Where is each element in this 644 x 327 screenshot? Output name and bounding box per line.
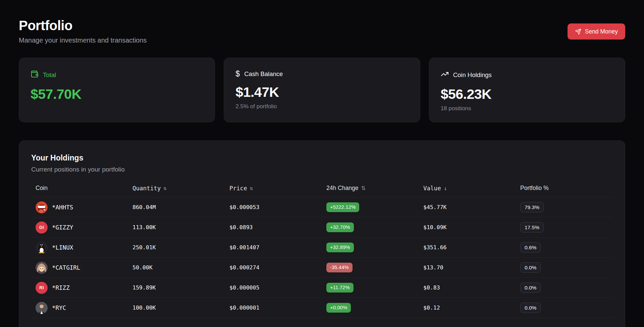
table-row-ryc[interactable]: *RYC 100.00K $0.000001 +0.00% $0.12 0.0% xyxy=(31,298,613,318)
cash-balance-card-header: $ Cash Balance xyxy=(235,70,408,78)
change-badge: +0.00% xyxy=(326,303,351,313)
cash-balance-card: $ Cash Balance $1.47K 2.5% of portfolio xyxy=(224,58,420,122)
coin-cell: *CATGIRL xyxy=(31,262,128,274)
portfolio-pct-cell: 0.0% xyxy=(516,282,613,293)
value-cell: $45.77K xyxy=(419,204,516,210)
coin-ticker: *RIZZ xyxy=(52,284,70,291)
table-row-ahhts[interactable]: *AHHTS 860.04M $0.000053 +5222.12% $45.7… xyxy=(31,197,613,217)
page-header-text: Portfolio Manage your investments and tr… xyxy=(19,18,147,44)
dollar-icon: $ xyxy=(235,70,240,78)
table-row-linux[interactable]: *LINUX 250.01K $0.001407 +32.89% $351.66… xyxy=(31,238,613,258)
portfolio-page: Portfolio Manage your investments and tr… xyxy=(0,0,644,327)
column-header-quantity-label: Quantity xyxy=(132,185,161,192)
holdings-table: Coin Quantity ⇅ Price ⇅ 24h Change ⇅ Val… xyxy=(31,183,613,318)
table-row-gizzy[interactable]: GI *GIZZY 113.00K $0.0893 +32.70% $10.09… xyxy=(31,217,613,238)
change-cell: +5222.12% xyxy=(322,202,419,212)
price-cell: $0.000274 xyxy=(225,264,322,271)
column-header-24h-change[interactable]: 24h Change ⇅ xyxy=(322,183,419,197)
change-cell: +11.72% xyxy=(322,283,419,292)
coin-cell: *RYC xyxy=(31,302,128,314)
send-money-button[interactable]: Send Money xyxy=(568,23,625,40)
holdings-subtitle: Current positions in your portfolio xyxy=(31,166,613,173)
trending-up-icon xyxy=(441,70,449,80)
coin-cell: RI *RIZZ xyxy=(31,282,128,294)
page-subtitle: Manage your investments and transactions xyxy=(19,37,147,44)
holdings-card: Your Holdings Current positions in your … xyxy=(19,140,625,327)
coin-holdings-card-header: Coin Holdings xyxy=(441,70,613,80)
value-cell: $10.09K xyxy=(419,224,516,231)
quantity-cell: 50.00K xyxy=(128,264,225,271)
change-cell: -35.44% xyxy=(322,263,419,272)
portfolio-pct-pill: 0.0% xyxy=(520,303,541,313)
coin-cell: *LINUX xyxy=(31,242,128,254)
total-card-value: $57.70K xyxy=(31,86,203,102)
page-header: Portfolio Manage your investments and tr… xyxy=(19,18,625,44)
column-header-value-label: Value xyxy=(423,185,441,192)
page-title: Portfolio xyxy=(19,18,147,33)
price-cell: $0.000053 xyxy=(225,204,322,210)
paper-plane-icon xyxy=(575,28,581,35)
ahhts-emoji-avatar xyxy=(36,201,48,213)
price-cell: $0.000001 xyxy=(225,305,322,311)
cash-balance-card-sub: 2.5% of portfolio xyxy=(235,103,408,110)
change-badge: +5222.12% xyxy=(326,202,359,212)
value-cell: $13.70 xyxy=(419,264,516,271)
change-badge: -35.44% xyxy=(326,263,353,272)
column-header-price-label: Price xyxy=(229,185,247,192)
value-cell: $0.83 xyxy=(419,284,516,291)
letter-avatar: GI xyxy=(36,221,48,234)
portfolio-pct-cell: 0.6% xyxy=(516,242,613,253)
sort-arrows-icon: ⇅ xyxy=(163,185,167,191)
column-header-coin-label: Coin xyxy=(36,185,48,192)
quantity-cell: 860.04M xyxy=(128,204,225,210)
quantity-cell: 100.00K xyxy=(128,305,225,311)
portfolio-pct-pill: 17.5% xyxy=(520,222,544,233)
coin-holdings-card-label: Coin Holdings xyxy=(453,71,492,79)
column-header-quantity[interactable]: Quantity ⇅ xyxy=(128,184,225,197)
portfolio-pct-cell: 0.0% xyxy=(516,303,613,313)
sort-arrows-icon: ⇅ xyxy=(361,185,365,191)
change-cell: +0.00% xyxy=(322,303,419,313)
holdings-table-header: Coin Quantity ⇅ Price ⇅ 24h Change ⇅ Val… xyxy=(31,183,613,197)
coin-ticker: *GIZZY xyxy=(52,224,73,231)
column-header-coin: Coin xyxy=(31,183,128,197)
anime-girl-avatar xyxy=(36,262,48,274)
coin-holdings-card-sub: 18 positions xyxy=(441,105,613,112)
column-header-price[interactable]: Price ⇅ xyxy=(225,184,322,197)
cash-balance-card-value: $1.47K xyxy=(235,84,408,100)
quantity-cell: 113.00K xyxy=(128,224,225,231)
send-money-label: Send Money xyxy=(585,28,618,35)
quantity-cell: 250.01K xyxy=(128,244,225,251)
table-row-catgirl[interactable]: *CATGIRL 50.00K $0.000274 -35.44% $13.70… xyxy=(31,258,613,278)
portfolio-pct-cell: 0.0% xyxy=(516,262,613,273)
table-row-rizz[interactable]: RI *RIZZ 159.89K $0.000005 +11.72% $0.83… xyxy=(31,278,613,298)
coin-ticker: *AHHTS xyxy=(52,204,73,211)
wallet-icon xyxy=(31,70,39,80)
coin-ticker: *CATGIRL xyxy=(52,264,80,271)
column-header-value[interactable]: Value ↓ xyxy=(419,184,516,197)
letter-avatar: RI xyxy=(36,282,48,294)
portfolio-pct-pill: 79.3% xyxy=(520,202,544,212)
coin-ticker: *RYC xyxy=(52,305,66,311)
portfolio-pct-cell: 79.3% xyxy=(516,202,613,212)
total-card: Total $57.70K xyxy=(19,58,215,122)
coin-holdings-card-value: $56.23K xyxy=(441,86,613,102)
cash-balance-card-label: Cash Balance xyxy=(244,70,283,78)
change-cell: +32.89% xyxy=(322,243,419,252)
price-cell: $0.001407 xyxy=(225,244,322,251)
portfolio-pct-pill: 0.6% xyxy=(520,242,541,253)
quantity-cell: 159.89K xyxy=(128,284,225,291)
change-badge: +32.70% xyxy=(326,222,354,232)
sort-arrows-icon: ⇅ xyxy=(250,185,253,191)
total-card-header: Total xyxy=(31,70,203,80)
stats-row: Total $57.70K $ Cash Balance $1.47K 2.5%… xyxy=(19,58,625,122)
column-header-24h-change-label: 24h Change xyxy=(326,185,358,192)
portfolio-pct-pill: 0.0% xyxy=(520,282,541,293)
column-header-portfolio-pct: Portfolio % xyxy=(516,183,613,197)
holdings-title: Your Holdings xyxy=(31,153,613,162)
penguin-avatar xyxy=(36,242,48,254)
coin-cell: *AHHTS xyxy=(31,201,128,213)
price-cell: $0.0893 xyxy=(225,224,322,231)
portfolio-pct-cell: 17.5% xyxy=(516,222,613,233)
value-cell: $0.12 xyxy=(419,305,516,311)
